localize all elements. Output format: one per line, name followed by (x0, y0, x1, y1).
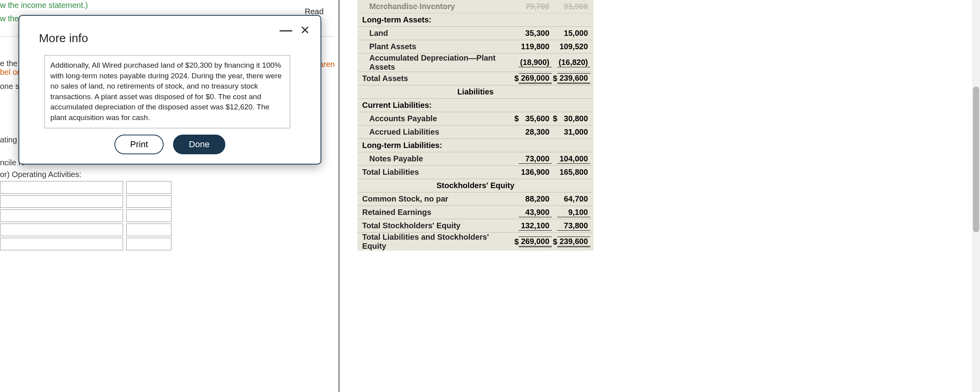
close-icon[interactable]: ✕ (298, 23, 312, 37)
col-value: 269,000 (519, 73, 552, 84)
activity-desc-input-2[interactable] (0, 195, 123, 208)
activity-amount-input-3[interactable] (126, 209, 171, 222)
col-value: (18,900) (519, 58, 552, 67)
row-label: Total Assets (361, 74, 513, 83)
operating-activities-inputs (0, 181, 177, 252)
col-value: 239,600 (557, 73, 590, 84)
fragment-w-the: w the (0, 14, 19, 23)
table-row-total: Total Assets $ 269,000 $ 239,600 (357, 72, 593, 85)
table-row: Accrued Liabilities 28,300 31,000 (357, 126, 593, 139)
col-value: 28,300 (519, 128, 552, 137)
table-row: Retained Earnings 43,900 9,100 (357, 206, 593, 219)
activity-desc-input-4[interactable] (0, 224, 123, 236)
col-dollar: $ (513, 114, 519, 123)
modal-body-text: Additionally, All Wired purchased land o… (44, 55, 290, 128)
table-row-total: Total Liabilities 136,900 165,800 (357, 166, 593, 179)
row-label: Merchandise Inventory (361, 2, 513, 11)
col-value: 43,900 (519, 208, 552, 217)
table-row-total: Total Stockholders' Equity 132,100 73,80… (357, 219, 593, 233)
row-label: Long-term Liabilities: (361, 141, 442, 150)
section-header: Long-term Assets: (357, 13, 593, 27)
col-value: 88,200 (519, 194, 552, 203)
table-row: Merchandise Inventory 79,700 91,900 (357, 0, 593, 13)
minimize-icon[interactable]: — (279, 23, 293, 37)
scrollbar-track[interactable] (972, 0, 980, 392)
col-dollar: $ (552, 237, 557, 246)
row-label: Accumulated Depreciation—Plant Assets (361, 54, 513, 72)
col-value: 31,000 (557, 128, 590, 137)
row-label: Current Liabilities: (361, 101, 432, 110)
heading-label: Stockholders' Equity (361, 179, 590, 192)
col-value: 35,600 (519, 114, 552, 123)
row-label: Long-term Assets: (361, 15, 431, 24)
table-row: Plant Assets 119,800 109,520 (357, 40, 593, 54)
col-value: 35,300 (519, 29, 552, 38)
col-value: 119,800 (519, 42, 552, 51)
col-value: 132,100 (519, 221, 552, 231)
table-row: Land 35,300 15,000 (357, 27, 593, 40)
section-heading: Stockholders' Equity (357, 179, 593, 192)
row-label: Common Stock, no par (361, 194, 513, 203)
fragment-operating-activities: or) Operating Activities: (0, 170, 81, 179)
col-value: 64,700 (557, 194, 590, 203)
col-value: 269,000 (519, 237, 552, 247)
col-dollar: $ (513, 74, 519, 83)
right-panel: Merchandise Inventory 79,700 91,900 Long… (338, 0, 980, 392)
activity-amount-input-1[interactable] (126, 181, 171, 194)
row-label: Total Liabilities (361, 168, 513, 177)
fragment-income-stmt: w the income statement.) (0, 1, 88, 10)
fragment-one-s: one s (0, 82, 19, 91)
col-dollar: $ (552, 74, 557, 83)
col-dollar: $ (552, 114, 557, 123)
row-label: Total Liabilities and Stockholders' Equi… (361, 233, 513, 251)
col-value: 79,700 (519, 2, 552, 11)
activity-amount-input-2[interactable] (126, 195, 171, 208)
activity-desc-input-5[interactable] (0, 238, 123, 250)
row-label: Accounts Payable (361, 114, 513, 123)
heading-label: Liabilities (361, 85, 590, 98)
col-value: 109,520 (557, 42, 590, 51)
activity-desc-input-1[interactable] (0, 181, 123, 194)
col-value: 30,800 (557, 114, 590, 123)
col-value: 104,000 (557, 154, 590, 164)
table-row-grand-total: Total Liabilities and Stockholders' Equi… (357, 233, 593, 251)
more-info-modal: More info — ✕ Additionally, All Wired pu… (18, 15, 321, 165)
col-value: 73,000 (519, 154, 552, 164)
col-dollar: $ (513, 237, 519, 246)
col-value: 239,600 (557, 237, 590, 247)
balance-sheet-table: Merchandise Inventory 79,700 91,900 Long… (357, 0, 593, 251)
col-value: 136,900 (519, 168, 552, 177)
col-value: 165,800 (557, 168, 590, 177)
print-button[interactable]: Print (114, 135, 164, 154)
fragment-bel-or: bel or (0, 68, 20, 77)
table-row: Accounts Payable $ 35,600 $ 30,800 (357, 112, 593, 126)
table-row: Notes Payable 73,000 104,000 (357, 152, 593, 166)
col-value: 15,000 (557, 29, 590, 38)
done-button[interactable]: Done (173, 135, 225, 154)
row-label: Notes Payable (361, 154, 513, 163)
section-header: Current Liabilities: (357, 99, 593, 112)
scrollbar-thumb[interactable] (973, 87, 979, 232)
section-header: Long-term Liabilities: (357, 139, 593, 152)
row-label: Accrued Liabilities (361, 128, 513, 137)
table-row: Accumulated Depreciation—Plant Assets (1… (357, 54, 593, 72)
col-value: (16,820) (557, 58, 590, 67)
row-label: Retained Earnings (361, 208, 513, 217)
col-value: 9,100 (557, 208, 590, 217)
col-value: 73,800 (557, 221, 590, 231)
section-heading: Liabilities (357, 85, 593, 99)
activity-amount-input-4[interactable] (126, 224, 171, 236)
activity-desc-input-3[interactable] (0, 209, 123, 222)
activity-amount-input-5[interactable] (126, 238, 171, 250)
col-value: 91,900 (557, 2, 590, 11)
row-label: Land (361, 29, 513, 38)
row-label: Total Stockholders' Equity (361, 221, 513, 230)
row-label: Plant Assets (361, 42, 513, 51)
modal-title: More info (39, 31, 88, 45)
table-row: Common Stock, no par 88,200 64,700 (357, 192, 593, 206)
